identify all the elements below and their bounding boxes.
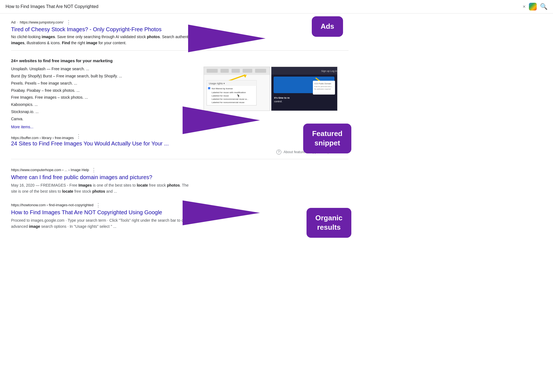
featured-snippet-annotation: Featured snippet bbox=[300, 118, 349, 148]
svg-text:It's time to re: It's time to re bbox=[274, 96, 290, 99]
svg-rect-7 bbox=[255, 69, 266, 73]
result-2-url: https://howtonow.com › find-images-not-c… bbox=[11, 203, 94, 207]
result-1-menu-icon[interactable]: ⋮ bbox=[91, 167, 96, 173]
snippet-source-menu-icon[interactable]: ⋮ bbox=[76, 133, 81, 139]
ad-url: https://www.jumpstory.com/ bbox=[20, 20, 63, 24]
divider-after-ad bbox=[11, 50, 349, 51]
ad-label: Ad bbox=[11, 20, 15, 24]
organic-results-annotation: Organic results bbox=[304, 205, 349, 235]
main-content: Ads Ad · https://www.jumpstory.com/ ⋮ Ti… bbox=[0, 14, 360, 235]
svg-text:control.: control. bbox=[274, 100, 282, 103]
result-1-title[interactable]: Where can I find free public domain imag… bbox=[11, 174, 349, 181]
search-bar: How to Find Images That Are NOT Copyrigh… bbox=[0, 0, 553, 14]
ad-section: Ads Ad · https://www.jumpstory.com/ ⋮ Ti… bbox=[11, 19, 349, 46]
svg-text:Usage rights ▾: Usage rights ▾ bbox=[209, 82, 225, 85]
svg-rect-6 bbox=[243, 69, 252, 73]
ads-annotation: Ads bbox=[312, 16, 343, 37]
snippet-image-2: Sign up Log in English CC0 Public Domain… bbox=[271, 67, 337, 111]
snippet-source-url: https://buffer.com › library › free-imag… bbox=[11, 136, 74, 140]
snippet-footer: ? About featured snippets · 🏴 Feedback bbox=[11, 150, 349, 155]
list-item: Unsplash. Unsplash — Free image search. … bbox=[11, 66, 194, 72]
featured-arrow-svg bbox=[155, 104, 266, 137]
svg-text:Labeled for reuse: Labeled for reuse bbox=[212, 95, 229, 97]
search-query: How to Find Images That Are NOT Copyrigh… bbox=[6, 4, 519, 9]
list-item: Burst (by Shopify) Burst – Free image se… bbox=[11, 73, 194, 80]
svg-text:Free for personal and c...: Free for personal and c... bbox=[314, 86, 333, 87]
svg-rect-3 bbox=[207, 69, 218, 73]
svg-marker-32 bbox=[183, 106, 260, 134]
svg-text:No attribution required: No attribution required bbox=[314, 88, 331, 90]
about-snippets-help-icon[interactable]: ? bbox=[276, 150, 281, 155]
svg-text:Sign up  Log in  English: Sign up Log in English bbox=[321, 70, 337, 72]
ads-arrow-svg bbox=[188, 22, 282, 55]
ad-title[interactable]: Tired of Cheesy Stock Images? - Only Cop… bbox=[11, 26, 349, 33]
featured-bubble: Featured snippet bbox=[303, 124, 351, 153]
search-icon[interactable]: 🔍 bbox=[540, 3, 547, 10]
ad-description: No cliché-looking images. Save time only… bbox=[11, 34, 194, 46]
close-icon[interactable]: × bbox=[523, 4, 526, 10]
svg-text:Labeled for noncommercial reus: Labeled for noncommercial reuse w... bbox=[212, 98, 248, 100]
ad-label-row: Ad · https://www.jumpstory.com/ ⋮ bbox=[11, 19, 349, 25]
svg-rect-13 bbox=[208, 87, 210, 89]
snippet-header: 24+ websites to find free images for you… bbox=[11, 58, 349, 63]
svg-text:Not filtered by license: Not filtered by license bbox=[212, 87, 233, 90]
svg-marker-33 bbox=[183, 200, 260, 225]
organic-bubble: Organic results bbox=[307, 208, 351, 238]
snippet-image-svg-2: Sign up Log in English CC0 Public Domain… bbox=[271, 67, 337, 111]
list-item: Pexels. Pexels – free image search. ... bbox=[11, 80, 194, 87]
svg-text:CC0 Public Domain: CC0 Public Domain bbox=[314, 83, 331, 85]
list-item: Pixabay. Pixabay – free stock photos. ..… bbox=[11, 87, 194, 94]
ads-bubble: Ads bbox=[312, 16, 343, 37]
svg-text:Labeled for reuse with modific: Labeled for reuse with modification bbox=[212, 91, 246, 94]
organic-results-section: https://www.computerhope.com › ... › Ima… bbox=[11, 167, 349, 229]
snippet-source-title[interactable]: 24 Sites to Find Free Images You Would A… bbox=[11, 140, 349, 147]
list-item: Free Images. Free images – stock photos.… bbox=[11, 94, 194, 101]
svg-marker-0 bbox=[188, 25, 266, 52]
svg-rect-5 bbox=[232, 69, 240, 73]
svg-rect-4 bbox=[220, 69, 229, 73]
organic-result-1: https://www.computerhope.com › ... › Ima… bbox=[11, 167, 349, 194]
ad-menu-icon[interactable]: ⋮ bbox=[66, 19, 71, 25]
organic-arrow-svg bbox=[160, 199, 266, 227]
result-1-url: https://www.computerhope.com › ... › Ima… bbox=[11, 168, 89, 172]
lens-icon[interactable] bbox=[529, 3, 537, 11]
featured-snippet: Usage rights ▾ Not filtered by license L… bbox=[11, 58, 349, 159]
result-1-description: May 16, 2020 — FREEIMAGES - Free Images … bbox=[11, 182, 194, 194]
result-2-menu-icon[interactable]: ⋮ bbox=[96, 202, 101, 208]
